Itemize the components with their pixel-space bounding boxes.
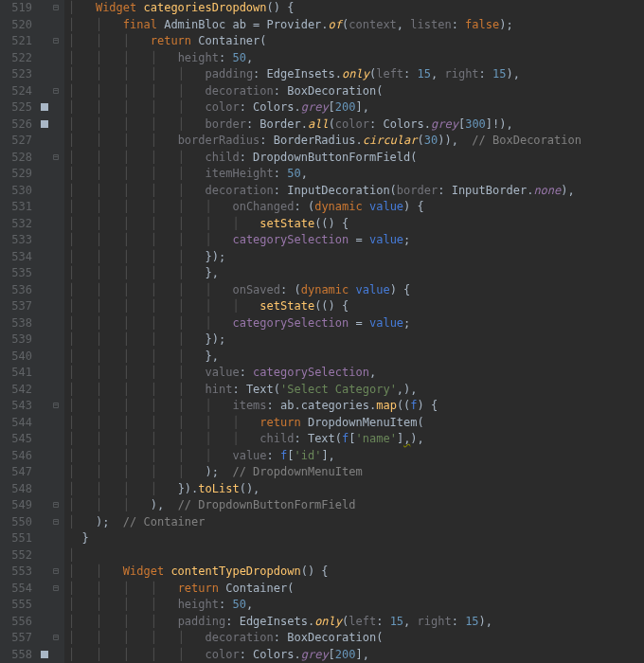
line-number: 529: [0, 166, 32, 183]
code-line[interactable]: │ │ │ │ │ │ │ setState(() {: [68, 298, 644, 315]
line-number: 547: [0, 464, 32, 481]
line-number: 544: [0, 415, 32, 432]
code-line[interactable]: │ │ │ │ │ value: categorySelection,: [68, 365, 644, 382]
bookmark-gutter: [40, 0, 49, 663]
code-line[interactable]: │ │ │ │ │ hint: Text('Select Category',)…: [68, 382, 644, 399]
code-line[interactable]: │ │ final AdminBloc ab = Provider.of(con…: [68, 17, 644, 34]
code-line[interactable]: │ │ │ return Container(: [68, 33, 644, 50]
code-line[interactable]: │ │ │ │ height: 50,: [68, 50, 644, 67]
code-line[interactable]: │ │ │ │ │ decoration: BoxDecoration(: [68, 630, 644, 647]
line-number: 530: [0, 183, 32, 200]
code-line[interactable]: }: [68, 530, 644, 547]
code-line[interactable]: │ │ │ │ │ ); // DropdownMenuItem: [68, 464, 644, 481]
line-number: 523: [0, 66, 32, 83]
line-number-gutter: 5195205215225235245255265275285295305315…: [0, 0, 40, 663]
code-line[interactable]: │ │ │ │ padding: EdgeInsets.only(left: 1…: [68, 614, 644, 631]
code-line[interactable]: │ │ │ │ │ },: [68, 349, 644, 366]
line-number: 537: [0, 298, 32, 315]
line-number: 551: [0, 530, 32, 547]
code-line[interactable]: │ │ │ │ │ decoration: BoxDecoration(: [68, 83, 644, 100]
code-line[interactable]: │ │ │ │ │ padding: EdgeInsets.only(left:…: [68, 66, 644, 83]
line-number: 543: [0, 398, 32, 415]
line-number: 528: [0, 150, 32, 167]
code-line[interactable]: │ │ │ │ │ │ categorySelection = value;: [68, 232, 644, 249]
code-line[interactable]: │ ); // Container: [68, 514, 644, 531]
line-number: 540: [0, 349, 32, 366]
line-number: 520: [0, 17, 32, 34]
line-number: 534: [0, 249, 32, 266]
code-line[interactable]: │ │ │ │ │ │ │ setState(() {: [68, 216, 644, 233]
fold-toggle-icon[interactable]: ⊟: [51, 86, 61, 96]
code-line[interactable]: │ │ │ │ │ decoration: InputDecoration(bo…: [68, 183, 644, 200]
code-line[interactable]: │ │ │ │ │ });: [68, 332, 644, 349]
code-line[interactable]: │ │ │ │ │ │ items: ab.categories.map((f)…: [68, 398, 644, 415]
code-line[interactable]: │ │ │ │ height: 50,: [68, 597, 644, 614]
code-line[interactable]: │: [68, 547, 644, 564]
code-line[interactable]: │ │ │ │ }).toList(),: [68, 481, 644, 498]
line-number: 533: [0, 232, 32, 249]
code-line[interactable]: │ │ │ │ │ color: Colors.grey[200],: [68, 99, 644, 116]
code-line[interactable]: │ │ │ │ │ color: Colors.grey[200],: [68, 647, 644, 664]
fold-toggle-icon[interactable]: ⊟: [51, 566, 61, 576]
code-line[interactable]: │ │ │ ), // DropdownButtonFormField: [68, 497, 644, 514]
fold-toggle-icon[interactable]: ⊟: [51, 583, 61, 593]
line-number: 546: [0, 448, 32, 465]
line-number: 541: [0, 365, 32, 382]
line-number: 553: [0, 564, 32, 581]
line-number: 557: [0, 630, 32, 647]
line-number: 556: [0, 614, 32, 631]
code-line[interactable]: │ │ │ │ │ │ onChanged: (dynamic value) {: [68, 199, 644, 216]
fold-toggle-icon[interactable]: ⊟: [51, 517, 61, 527]
line-number: 522: [0, 50, 32, 67]
code-line[interactable]: │ │ │ │ │ │ │ return DropdownMenuItem(: [68, 415, 644, 432]
line-number: 536: [0, 282, 32, 299]
line-number: 554: [0, 581, 32, 598]
line-number: 526: [0, 116, 32, 134]
code-line[interactable]: │ │ │ │ │ child: DropdownButtonFormField…: [68, 150, 644, 167]
code-line[interactable]: │ │ │ │ │ itemHeight: 50,: [68, 166, 644, 183]
fold-toggle-icon[interactable]: ⊟: [51, 36, 61, 45]
line-number: 558: [0, 647, 32, 664]
line-number: 535: [0, 265, 32, 282]
line-number: 527: [0, 133, 32, 150]
line-number: 549: [0, 497, 32, 514]
code-editor[interactable]: 5195205215225235245255265275285295305315…: [0, 0, 644, 663]
code-line[interactable]: │ │ │ │ borderRadius: BorderRadius.circu…: [68, 133, 644, 150]
fold-toggle-icon[interactable]: ⊟: [51, 152, 61, 162]
bookmark-marker[interactable]: [41, 103, 48, 111]
fold-toggle-icon[interactable]: ⊟: [51, 633, 61, 642]
code-area[interactable]: │ Widget categoriesDropdown() {│ │ final…: [64, 0, 644, 663]
fold-gutter: ⊟⊟⊟⊟⊟⊟⊟⊟⊟⊟: [49, 0, 64, 663]
line-number: 539: [0, 332, 32, 349]
line-number: 525: [0, 99, 32, 116]
code-line[interactable]: │ │ │ │ │ border: Border.all(color: Colo…: [68, 116, 644, 134]
bookmark-marker[interactable]: [41, 120, 48, 128]
line-number: 555: [0, 597, 32, 614]
bookmark-marker[interactable]: [41, 651, 48, 658]
code-line[interactable]: │ │ │ │ │ │ onSaved: (dynamic value) {: [68, 282, 644, 299]
code-line[interactable]: │ │ │ │ │ });: [68, 249, 644, 266]
line-number: 524: [0, 83, 32, 100]
code-line[interactable]: │ │ │ │ │ │ value: f['id'],: [68, 448, 644, 465]
line-number: 538: [0, 315, 32, 332]
line-number: 552: [0, 547, 32, 564]
fold-toggle-icon[interactable]: ⊟: [51, 401, 61, 410]
line-number: 548: [0, 481, 32, 498]
line-number: 531: [0, 199, 32, 216]
line-number: 545: [0, 431, 32, 448]
fold-toggle-icon[interactable]: ⊟: [51, 500, 61, 510]
fold-toggle-icon[interactable]: ⊟: [51, 3, 61, 12]
line-number: 521: [0, 33, 32, 50]
code-line[interactable]: │ │ │ │ │ │ categorySelection = value;: [68, 315, 644, 332]
code-line[interactable]: │ │ │ │ │ },: [68, 265, 644, 282]
code-line[interactable]: │ Widget categoriesDropdown() {: [68, 0, 644, 17]
code-line[interactable]: │ │ │ │ │ │ │ child: Text(f['name'],),: [68, 431, 644, 448]
line-number: 550: [0, 514, 32, 531]
code-line[interactable]: │ │ Widget contentTypeDropdown() {: [68, 564, 644, 581]
line-number: 532: [0, 216, 32, 233]
line-number: 542: [0, 382, 32, 399]
line-number: 519: [0, 0, 32, 17]
code-line[interactable]: │ │ │ │ return Container(: [68, 581, 644, 598]
